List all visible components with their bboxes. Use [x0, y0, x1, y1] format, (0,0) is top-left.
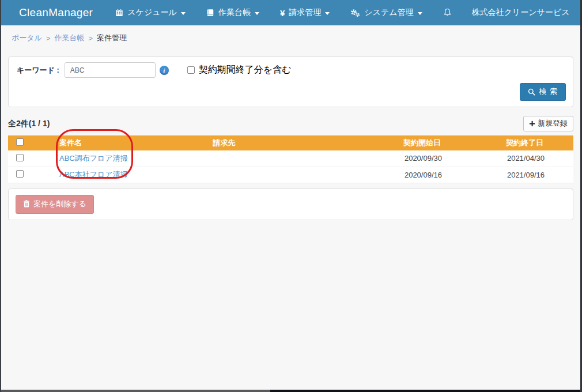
nav-billing-label: 請求管理 [289, 7, 321, 18]
window-bottom-edge [1, 390, 580, 392]
case-table: 案件名 請求先 契約開始日 契約終了日 ABC調布フロア清掃 2020/09/3… [8, 135, 573, 183]
column-header-billing-to: 請求先 [184, 135, 264, 150]
column-header-contract-end: 契約終了日 [449, 135, 573, 150]
table-row: ABC本社フロア清掃 2020/09/16 2021/09/16 [8, 167, 573, 183]
search-actions: 検 索 [17, 83, 566, 101]
calendar-icon [115, 9, 123, 17]
table-row: ABC調布フロア清掃 2020/09/30 2021/04/30 [8, 150, 573, 167]
breadcrumb-portal[interactable]: ポータル [12, 33, 42, 43]
contract-end-cell: 2021/09/16 [449, 167, 573, 183]
results-bar: 全2件(1 / 1) 新規登録 [8, 116, 573, 131]
breadcrumb-work-ledger[interactable]: 作業台帳 [55, 33, 85, 43]
account-name[interactable]: 株式会社クリーンサービス [472, 7, 570, 18]
bell-icon[interactable] [443, 8, 452, 17]
nav-work-ledger-label: 作業台帳 [218, 7, 251, 18]
window-edge-segment [270, 390, 580, 392]
chevron-down-icon [255, 12, 259, 15]
include-expired-checkbox[interactable] [187, 66, 195, 74]
chevron-down-icon [418, 12, 422, 15]
result-count: 全2件(1 / 1) [8, 119, 50, 129]
column-header-contract-start: 契約開始日 [264, 135, 449, 150]
book-icon [206, 9, 214, 17]
app-window: CleanManager スケジュール 作業台帳 ¥ 請求管理 システム管理 [0, 0, 582, 392]
nav-system-admin[interactable]: システム管理 [350, 7, 422, 18]
new-registration-label: 新規登録 [538, 118, 568, 129]
billing-to-cell [184, 167, 264, 183]
search-button[interactable]: 検 索 [520, 83, 566, 101]
app-logo[interactable]: CleanManager [19, 6, 93, 19]
delete-panel: 案件を削除する [8, 189, 573, 220]
table-header-row: 案件名 請求先 契約開始日 契約終了日 [8, 135, 573, 150]
nav-schedule[interactable]: スケジュール [115, 7, 186, 18]
case-name-link[interactable]: ABC調布フロア清掃 [59, 154, 128, 163]
search-panel: キーワード : 契約期間終了分を含む 検 索 [8, 56, 573, 107]
contract-start-cell: 2020/09/16 [264, 167, 449, 183]
search-button-label: 検 索 [539, 86, 558, 97]
select-all-checkbox[interactable] [16, 138, 24, 146]
chevron-down-icon [181, 12, 186, 15]
contract-end-cell: 2021/04/30 [449, 150, 573, 167]
keyword-input[interactable] [65, 62, 156, 78]
nav-billing[interactable]: ¥ 請求管理 [280, 7, 330, 18]
breadcrumb-separator: > [89, 34, 93, 43]
breadcrumb: ポータル > 作業台帳 > 案件管理 [1, 25, 580, 50]
breadcrumb-separator: > [46, 34, 51, 43]
case-name-link[interactable]: ABC本社フロア清掃 [59, 170, 128, 179]
trash-icon [23, 200, 30, 208]
contract-start-cell: 2020/09/30 [264, 150, 449, 167]
billing-to-cell [184, 150, 264, 167]
delete-case-button[interactable]: 案件を削除する [16, 195, 94, 214]
search-icon [528, 88, 535, 96]
new-registration-button[interactable]: 新規登録 [523, 116, 573, 131]
keyword-label: キーワード : [17, 65, 59, 76]
delete-case-label: 案件を削除する [33, 199, 86, 209]
include-expired-label: 契約期間終了分を含む [199, 64, 292, 76]
nav-work-ledger[interactable]: 作業台帳 [206, 7, 259, 18]
top-navbar: CleanManager スケジュール 作業台帳 ¥ 請求管理 システム管理 [1, 0, 580, 25]
nav-system-admin-label: システム管理 [364, 7, 413, 18]
nav-schedule-label: スケジュール [127, 7, 177, 18]
chevron-down-icon [325, 12, 330, 15]
breadcrumb-current: 案件管理 [97, 33, 127, 43]
navbar-right: 株式会社クリーンサービス [443, 7, 570, 18]
row-checkbox[interactable] [16, 170, 24, 178]
row-checkbox[interactable] [16, 154, 24, 161]
info-icon[interactable] [160, 66, 169, 75]
gears-icon [350, 9, 360, 17]
search-row: キーワード : 契約期間終了分を含む [17, 62, 566, 78]
yen-icon: ¥ [280, 8, 285, 18]
plus-icon [529, 120, 535, 127]
column-header-case-name: 案件名 [51, 135, 184, 150]
include-expired-option[interactable]: 契約期間終了分を含む [187, 64, 292, 76]
window-edge-segment [1, 390, 270, 392]
